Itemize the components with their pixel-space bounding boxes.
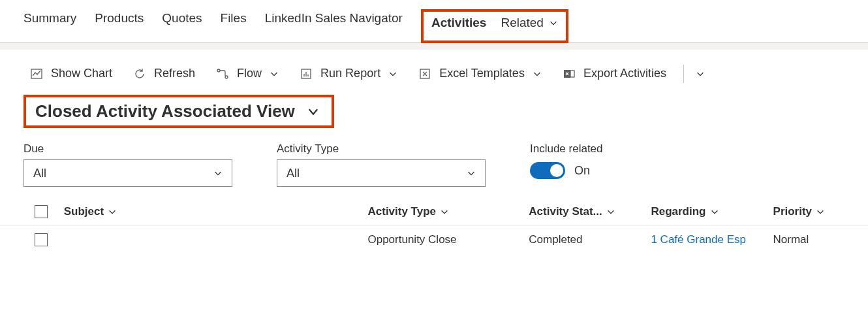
header-label: Activity Type bbox=[367, 205, 436, 218]
header-label: Subject bbox=[64, 205, 104, 218]
tab-highlight: Activities Related bbox=[421, 9, 568, 43]
chart-icon bbox=[30, 67, 43, 80]
tab-linkedin[interactable]: LinkedIn Sales Navigator bbox=[265, 11, 403, 39]
chevron-down-icon bbox=[270, 69, 279, 78]
filter-label: Include related bbox=[530, 142, 603, 156]
export-activities-button[interactable]: Export Activities bbox=[556, 64, 673, 83]
row-checkbox[interactable] bbox=[35, 233, 48, 246]
header-label: Activity Stat... bbox=[529, 205, 602, 218]
tab-activities[interactable]: Activities bbox=[431, 16, 486, 30]
filter-bar: Due All Activity Type All Include relate… bbox=[0, 139, 868, 199]
tab-files[interactable]: Files bbox=[221, 11, 247, 39]
excel-export-icon bbox=[563, 67, 576, 80]
tab-label: Products bbox=[95, 11, 144, 25]
flow-button[interactable]: Flow bbox=[209, 64, 285, 83]
header-label: Priority bbox=[773, 205, 813, 218]
excel-icon bbox=[418, 67, 431, 80]
chevron-down-icon bbox=[533, 69, 542, 78]
tab-label: Activities bbox=[431, 16, 486, 30]
chevron-down-icon bbox=[696, 69, 705, 78]
header-label: Regarding bbox=[651, 205, 705, 218]
chevron-down-icon bbox=[467, 169, 476, 178]
column-header-activity-type[interactable]: Activity Type bbox=[367, 205, 523, 218]
chevron-down-icon bbox=[213, 169, 223, 178]
chevron-down-icon bbox=[440, 207, 449, 216]
include-related-toggle[interactable] bbox=[530, 162, 565, 179]
flow-icon bbox=[216, 67, 229, 80]
tab-related[interactable]: Related bbox=[501, 16, 558, 30]
button-label: Export Activities bbox=[583, 67, 666, 80]
run-report-button[interactable]: Run Report bbox=[293, 64, 404, 83]
report-icon bbox=[300, 67, 313, 80]
cell-activity-type: Opportunity Close bbox=[367, 233, 456, 246]
excel-templates-button[interactable]: Excel Templates bbox=[412, 64, 548, 83]
select-value: All bbox=[287, 167, 300, 180]
cell-regarding-link[interactable]: 1 Café Grande Esp bbox=[651, 233, 746, 246]
cell-activity-status: Completed bbox=[529, 233, 582, 246]
column-header-regarding[interactable]: Regarding bbox=[651, 205, 767, 218]
chevron-down-icon bbox=[108, 207, 117, 216]
chevron-down-icon bbox=[710, 207, 719, 216]
svg-point-2 bbox=[225, 76, 228, 78]
view-title: Closed Activity Associated View bbox=[35, 101, 295, 122]
grid-header: Subject Activity Type Activity Stat... R… bbox=[0, 199, 868, 225]
button-label: Refresh bbox=[154, 67, 195, 80]
toolbar: Show Chart Refresh Flow Run Report Excel… bbox=[0, 50, 868, 90]
view-selector[interactable]: Closed Activity Associated View bbox=[23, 95, 334, 128]
filter-include-related: Include related On bbox=[530, 142, 603, 179]
tab-quotes[interactable]: Quotes bbox=[162, 11, 202, 39]
filter-type-select[interactable]: All bbox=[277, 159, 486, 187]
tab-label: Quotes bbox=[162, 11, 202, 25]
column-header-priority[interactable]: Priority bbox=[773, 205, 845, 218]
button-label: Run Report bbox=[320, 67, 380, 80]
chevron-down-icon bbox=[816, 207, 825, 216]
tab-label: Summary bbox=[23, 11, 76, 25]
filter-label: Activity Type bbox=[277, 142, 486, 156]
select-value: All bbox=[33, 167, 46, 180]
tab-label: LinkedIn Sales Navigator bbox=[265, 11, 403, 25]
svg-point-1 bbox=[217, 69, 220, 72]
filter-label: Due bbox=[23, 142, 232, 156]
select-all-checkbox[interactable] bbox=[35, 205, 48, 218]
button-label: Show Chart bbox=[51, 67, 112, 80]
tab-label: Files bbox=[221, 11, 247, 25]
button-label: Excel Templates bbox=[439, 67, 525, 80]
column-header-activity-status[interactable]: Activity Stat... bbox=[529, 205, 645, 218]
tab-products[interactable]: Products bbox=[95, 11, 144, 39]
tab-label: Related bbox=[501, 16, 544, 30]
show-chart-button[interactable]: Show Chart bbox=[23, 64, 119, 83]
filter-activity-type: Activity Type All bbox=[277, 142, 486, 187]
refresh-button[interactable]: Refresh bbox=[127, 64, 202, 83]
cell-priority: Normal bbox=[773, 233, 809, 246]
svg-rect-9 bbox=[570, 71, 574, 77]
tab-summary[interactable]: Summary bbox=[23, 11, 76, 39]
button-label: Flow bbox=[237, 67, 262, 80]
table-row[interactable]: Opportunity Close Completed 1 Café Grand… bbox=[0, 225, 868, 254]
content-gap bbox=[0, 43, 868, 50]
toolbar-separator bbox=[683, 65, 684, 83]
view-row: Closed Activity Associated View bbox=[0, 90, 868, 139]
filter-due: Due All bbox=[23, 142, 232, 187]
toggle-value: On bbox=[574, 164, 590, 178]
toolbar-overflow-button[interactable] bbox=[694, 67, 706, 81]
chevron-down-icon bbox=[549, 18, 558, 27]
filter-due-select[interactable]: All bbox=[23, 159, 232, 187]
column-header-subject[interactable]: Subject bbox=[64, 205, 363, 218]
toggle-knob bbox=[550, 164, 563, 177]
refresh-icon bbox=[133, 67, 146, 80]
tab-bar: Summary Products Quotes Files LinkedIn S… bbox=[0, 0, 868, 43]
chevron-down-icon bbox=[388, 69, 397, 78]
chevron-down-icon bbox=[606, 207, 615, 216]
chevron-down-icon bbox=[307, 105, 320, 118]
